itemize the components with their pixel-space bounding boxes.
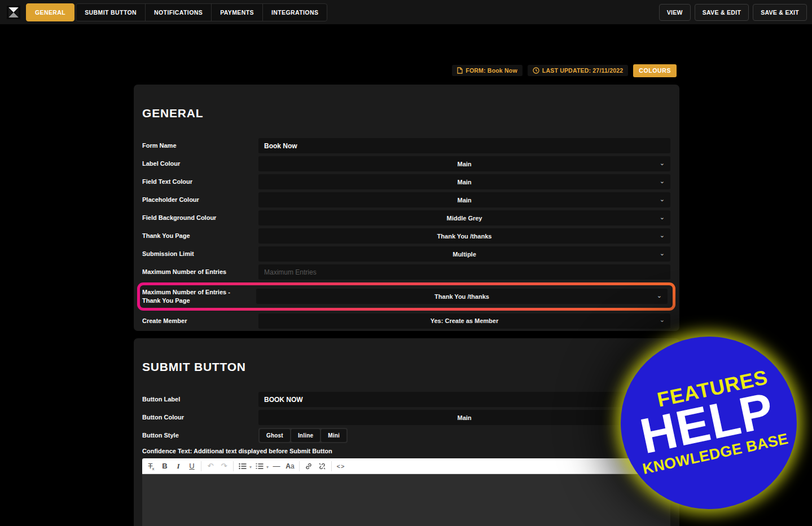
button-style-options: Ghost Inline Mini	[258, 428, 348, 443]
field-background-colour-row: Field Background Colour Middle Grey ⌄	[142, 210, 670, 226]
placeholder-colour-select[interactable]: Main ⌄	[258, 192, 670, 207]
create-member-select[interactable]: Yes: Create as Member ⌄	[258, 313, 670, 329]
toolbar-divider	[331, 461, 332, 471]
submission-limit-row: Submission Limit Multiple ⌄	[142, 246, 670, 262]
toolbar-divider	[233, 461, 234, 471]
form-name-badge-label: FORM: Book Now	[466, 67, 517, 74]
tab-general[interactable]: GENERAL	[26, 3, 74, 21]
tab-integrations[interactable]: INTEGRATIONS	[262, 3, 327, 21]
clock-icon	[533, 67, 539, 74]
toolbar-actions: VIEW SAVE & EDIT SAVE & EXIT	[659, 4, 812, 21]
tab-notifications[interactable]: NOTIFICATIONS	[145, 3, 212, 21]
last-updated-badge-label: LAST UPDATED: 27/11/2022	[542, 67, 624, 74]
maximum-entries-thank-you-row: Maximum Number of Entries - Thank You Pa…	[140, 285, 673, 308]
last-updated-badge: LAST UPDATED: 27/11/2022	[528, 65, 629, 76]
toolbar-divider	[299, 461, 300, 471]
unlink-icon[interactable]	[315, 460, 329, 472]
submission-limit-select[interactable]: Multiple ⌄	[258, 246, 670, 262]
general-panel: GENERAL Form Name Label Colour Main ⌄ Fi…	[134, 85, 679, 331]
font-size-icon[interactable]: Aa	[283, 460, 297, 472]
field-background-colour-label: Field Background Colour	[142, 214, 258, 222]
button-colour-select[interactable]: Main ⌄	[258, 410, 670, 425]
maximum-entries-row: Maximum Number of Entries	[142, 264, 670, 280]
general-panel-title: GENERAL	[134, 85, 679, 120]
submit-button-fields: Button Label Button Colour Main ⌄ Button…	[142, 392, 670, 526]
submit-button-panel: SUBMIT BUTTON Button Label Button Colour…	[134, 338, 679, 526]
chevron-down-icon: ⌄	[660, 250, 665, 257]
chevron-down-icon: ⌄	[660, 160, 665, 166]
redo-icon[interactable]: ↷	[217, 460, 231, 472]
bullet-list-caret-icon[interactable]: ▾	[249, 465, 252, 470]
form-meta-row: FORM: Book Now LAST UPDATED: 27/11/2022 …	[452, 64, 677, 77]
button-style-inline[interactable]: Inline	[291, 429, 320, 442]
placeholder-colour-label: Placeholder Colour	[142, 196, 258, 204]
chevron-down-icon: ⌄	[660, 178, 665, 184]
help-knowledge-base-badge[interactable]: FEATURES HELP KNOWLEDGE BASE	[621, 337, 797, 509]
submit-button-panel-title: SUBMIT BUTTON	[134, 338, 679, 374]
undo-icon[interactable]: ↶	[204, 460, 217, 472]
tab-payments[interactable]: PAYMENTS	[211, 3, 263, 21]
bold-icon[interactable]: B	[158, 460, 172, 472]
underline-icon[interactable]: U	[185, 460, 199, 472]
button-style-row: Button Style Ghost Inline Mini	[142, 428, 670, 443]
maximum-entries-thank-you-label: Maximum Number of Entries - Thank You Pa…	[142, 288, 256, 305]
form-name-input[interactable]	[258, 138, 670, 153]
clear-formatting-icon[interactable]: Tx	[144, 460, 158, 472]
form-name-badge: FORM: Book Now	[452, 65, 522, 76]
confidence-text-label: Confidence Text: Additional text display…	[142, 448, 670, 454]
maximum-entries-thank-you-select[interactable]: Thank You /thanks ⌄	[256, 289, 668, 304]
chevron-down-icon: ⌄	[660, 232, 665, 238]
create-member-row: Create Member Yes: Create as Member ⌄	[142, 313, 670, 329]
highlight-annotation: Maximum Number of Entries - Thank You Pa…	[137, 282, 675, 311]
tab-submit-button[interactable]: SUBMIT BUTTON	[76, 3, 146, 21]
chevron-down-icon: ⌄	[660, 196, 665, 202]
thank-you-page-label: Thank You Page	[142, 232, 258, 240]
thank-you-page-select[interactable]: Thank You /thanks ⌄	[258, 228, 670, 244]
button-style-mini[interactable]: Mini	[321, 429, 346, 442]
chevron-down-icon: ⌄	[660, 317, 665, 323]
submission-limit-label: Submission Limit	[142, 250, 258, 258]
confidence-text-editor: Tx B I U ↶ ↷ ▾	[142, 458, 670, 526]
button-label-input[interactable]	[258, 392, 670, 407]
button-colour-row: Button Colour Main ⌄	[142, 410, 670, 425]
maximum-entries-input[interactable]	[258, 264, 670, 280]
view-button[interactable]: VIEW	[659, 4, 691, 21]
save-and-exit-button[interactable]: SAVE & EXIT	[753, 4, 807, 21]
button-colour-label: Button Colour	[142, 413, 258, 422]
italic-icon[interactable]: I	[172, 460, 185, 472]
code-icon[interactable]: <>	[334, 460, 348, 472]
chevron-down-icon: ⌄	[657, 293, 662, 299]
form-name-row: Form Name	[142, 138, 670, 153]
document-icon	[457, 67, 463, 74]
field-text-colour-select[interactable]: Main ⌄	[258, 174, 670, 189]
label-colour-row: Label Colour Main ⌄	[142, 156, 670, 171]
bullet-list-icon[interactable]	[236, 460, 249, 472]
field-background-colour-select[interactable]: Middle Grey ⌄	[258, 210, 670, 226]
toolbar-divider	[201, 461, 201, 471]
form-name-label: Form Name	[142, 142, 258, 150]
chevron-down-icon: ⌄	[660, 214, 665, 220]
field-text-colour-row: Field Text Colour Main ⌄	[142, 174, 670, 189]
numbered-list-icon[interactable]	[253, 460, 266, 472]
button-label-label: Button Label	[142, 395, 258, 404]
button-style-label: Button Style	[142, 431, 258, 440]
editor-content-area[interactable]	[142, 474, 670, 526]
maximum-entries-label: Maximum Number of Entries	[142, 268, 258, 276]
editor-toolbar: Tx B I U ↶ ↷ ▾	[142, 458, 670, 474]
button-style-ghost[interactable]: Ghost	[260, 429, 290, 442]
link-icon[interactable]	[302, 460, 315, 472]
placeholder-colour-row: Placeholder Colour Main ⌄	[142, 192, 670, 207]
numbered-list-caret-icon[interactable]: ▾	[266, 465, 269, 470]
help-badge-text: FEATURES HELP KNOWLEDGE BASE	[627, 365, 790, 477]
create-member-label: Create Member	[142, 317, 258, 325]
button-label-row: Button Label	[142, 392, 670, 407]
app-logo-icon[interactable]	[7, 6, 20, 19]
field-text-colour-label: Field Text Colour	[142, 178, 258, 186]
label-colour-select[interactable]: Main ⌄	[258, 156, 670, 171]
general-fields: Form Name Label Colour Main ⌄ Field Text…	[142, 138, 670, 331]
colours-button[interactable]: COLOURS	[633, 64, 677, 77]
top-toolbar: GENERAL SUBMIT BUTTON NOTIFICATIONS PAYM…	[0, 0, 812, 25]
form-section-tabs: GENERAL SUBMIT BUTTON NOTIFICATIONS PAYM…	[27, 3, 327, 21]
save-and-edit-button[interactable]: SAVE & EDIT	[695, 4, 749, 21]
horizontal-rule-icon[interactable]: —	[270, 460, 283, 472]
